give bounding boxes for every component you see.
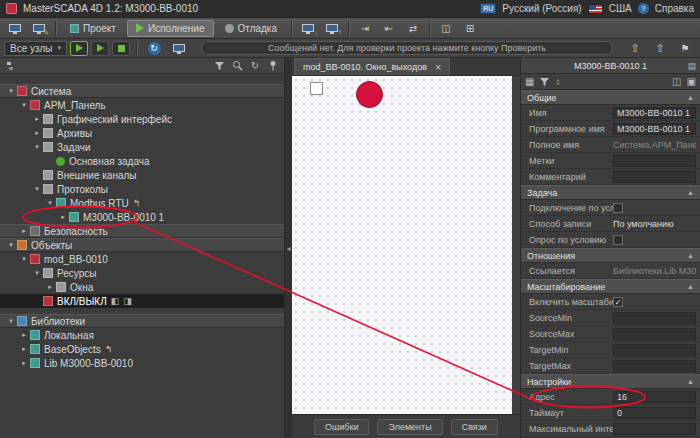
collapse-section-icon[interactable]: ▲ xyxy=(687,283,694,290)
collapse-arrow-icon[interactable]: ▾ xyxy=(32,143,42,151)
canvas-circle-element[interactable] xyxy=(356,81,383,108)
help-label[interactable]: Справка xyxy=(655,3,694,14)
tree-item-tasks[interactable]: ▾Задачи xyxy=(0,140,284,154)
tree-item-objects[interactable]: ▾Объекты xyxy=(0,238,284,252)
tree-item-main-task[interactable]: Основная задача xyxy=(0,154,284,168)
us-flag-icon[interactable] xyxy=(588,4,603,14)
sync-button[interactable]: ⇄ xyxy=(402,20,424,37)
tab-project[interactable]: Проект xyxy=(61,20,125,37)
timeout-value[interactable]: 0 xyxy=(613,407,696,419)
labels-value[interactable] xyxy=(613,155,696,167)
run-debug-button[interactable] xyxy=(112,41,130,56)
collapse-arrow-icon[interactable]: ▾ xyxy=(19,101,29,109)
document-tab[interactable]: mod_ВВ-0010. Окно_выходов × xyxy=(294,58,450,75)
tree-item-security[interactable]: ▸Безопасность xyxy=(0,224,284,238)
language-usa[interactable]: США xyxy=(609,3,632,14)
collapse-section-icon[interactable]: ▲ xyxy=(687,252,694,259)
enable-scaling-checkbox[interactable]: ✓ xyxy=(613,297,623,307)
bottom-tab-links[interactable]: Связи xyxy=(451,419,498,435)
filter-props-button[interactable] xyxy=(539,77,550,87)
close-tab-icon[interactable]: × xyxy=(435,61,441,73)
expand-arrow-icon[interactable]: ▸ xyxy=(19,227,29,235)
collapse-left-icon[interactable]: ◂ xyxy=(286,244,290,253)
dock-left-button[interactable]: ◫ xyxy=(672,76,681,87)
collapse-section-icon[interactable]: ▲ xyxy=(687,189,694,196)
tree-item-vkl-vykl[interactable]: ВКЛ/ВЫКЛ◧◨ xyxy=(0,294,284,308)
tab-execution[interactable]: Исполнение xyxy=(127,20,214,37)
section-header-task[interactable]: Задача▲ xyxy=(521,185,700,200)
refresh-tree-button[interactable]: ↻ xyxy=(248,59,262,72)
tree-item-baseobjects[interactable]: ▸BaseObjects↰ xyxy=(0,342,284,356)
source-max-value[interactable] xyxy=(613,328,696,340)
tree-item-system[interactable]: ▾Система xyxy=(0,84,284,98)
name-value[interactable]: М3000-ВВ-0010 1 xyxy=(613,107,696,119)
bottom-tab-errors[interactable]: Ошибки xyxy=(314,419,369,435)
new-project-button[interactable] xyxy=(4,20,26,37)
tree-item-m3000-bb-0010-1[interactable]: ▸М3000-ВВ-0010 1 xyxy=(0,210,284,224)
help-icon[interactable]: ? xyxy=(638,3,649,14)
target-min-value[interactable] xyxy=(613,344,696,356)
language-current[interactable]: Русский (Россия) xyxy=(502,3,581,14)
max-interval-value[interactable] xyxy=(613,423,696,435)
tree-item-lib-m3000-bb-0010[interactable]: ▸Lib М3000-ВВ-0010 xyxy=(0,356,284,370)
tree-item-modbus-rtu[interactable]: ▾Modbus RTU↰ xyxy=(0,196,284,210)
search-button[interactable] xyxy=(230,59,244,72)
collapse-arrow-icon[interactable]: ▾ xyxy=(19,255,29,263)
expand-arrow-icon[interactable]: ▸ xyxy=(19,345,29,353)
collapse-arrow-icon[interactable]: ▾ xyxy=(6,241,16,249)
merge-button[interactable]: ⊞ xyxy=(459,20,481,37)
expand-arrow-icon[interactable]: ▸ xyxy=(58,213,68,221)
connect-condition-checkbox[interactable] xyxy=(613,203,623,213)
canvas-checkbox-element[interactable] xyxy=(310,82,323,95)
target-max-value[interactable] xyxy=(613,360,696,372)
deploy-to-device-button[interactable]: ↓ xyxy=(297,20,319,37)
tab-debug[interactable]: Отладка xyxy=(216,20,287,37)
collapse-arrow-icon[interactable]: ▾ xyxy=(32,269,42,277)
expand-arrow-icon[interactable]: ▸ xyxy=(32,115,42,123)
tree-item-mod-bb-0010[interactable]: ▾mod_BB-0010 xyxy=(0,252,284,266)
tree-item-resources[interactable]: ▾Ресурсы xyxy=(0,266,284,280)
tree-item-local[interactable]: ▸Локальная xyxy=(0,328,284,342)
collapse-arrow-icon[interactable]: ▾ xyxy=(6,87,16,95)
expand-arrow-icon[interactable]: ▸ xyxy=(19,331,29,339)
compare-button[interactable]: ◫ xyxy=(435,20,457,37)
open-project-button[interactable]: ✎ xyxy=(28,20,50,37)
section-header-relations[interactable]: Отношения▲ xyxy=(521,248,700,263)
run-node-button[interactable] xyxy=(91,41,109,56)
notifications-button[interactable]: ⚑ xyxy=(674,40,696,57)
monitor-mode-button[interactable] xyxy=(168,40,190,57)
collapse-section-icon[interactable]: ▲ xyxy=(687,94,694,101)
tree-item-external-channels[interactable]: Внешние каналы xyxy=(0,168,284,182)
expand-arrow-icon[interactable]: ▸ xyxy=(32,129,42,137)
dock-fill-button[interactable]: ▣ xyxy=(687,76,696,87)
collapse-arrow-icon[interactable]: ▾ xyxy=(45,199,55,207)
tree-item-protocols[interactable]: ▾Протоколы xyxy=(0,182,284,196)
tree-item-graphic-interface[interactable]: ▸Графический интерфейс xyxy=(0,112,284,126)
language-badge-icon[interactable]: RU xyxy=(480,3,496,14)
tree-item-arm-panel[interactable]: ▾АРМ_Панель xyxy=(0,98,284,112)
section-header-settings[interactable]: Настройки▲ xyxy=(521,374,700,389)
nodes-dropdown[interactable]: Все узлы ▾ xyxy=(4,41,67,56)
section-header-general[interactable]: Общие▲ xyxy=(521,90,700,105)
expand-arrow-icon[interactable]: ▸ xyxy=(19,359,29,367)
panel-splitter[interactable]: ◂ xyxy=(285,58,292,438)
grid-view-button[interactable]: ▦ xyxy=(525,76,534,87)
collapse-arrow-icon[interactable]: ▾ xyxy=(6,317,16,325)
tree-item-libraries[interactable]: ▾Библиотеки xyxy=(0,314,284,328)
pin-panel-button[interactable] xyxy=(266,59,280,72)
section-header-scaling[interactable]: Масштабирование▲ xyxy=(521,279,700,294)
comment-value[interactable] xyxy=(613,171,696,183)
bottom-tab-elements[interactable]: Элементы xyxy=(377,419,442,435)
upload-all-button[interactable]: ⇧ xyxy=(649,40,671,57)
upload-messages-button[interactable]: ⇧ xyxy=(624,40,646,57)
panel-menu-icon[interactable]: ▤ xyxy=(687,61,696,71)
tree-view-button[interactable] xyxy=(4,59,18,72)
design-canvas[interactable] xyxy=(292,76,512,414)
filter-button[interactable] xyxy=(212,59,226,72)
sort-props-button[interactable]: ↕ xyxy=(555,76,560,87)
refresh-runtime-button[interactable]: ↻ xyxy=(143,40,165,57)
run-project-button[interactable] xyxy=(70,41,88,56)
collapse-arrow-icon[interactable]: ▾ xyxy=(32,185,42,193)
expand-arrow-icon[interactable]: ▸ xyxy=(45,283,55,291)
source-min-value[interactable] xyxy=(613,312,696,324)
